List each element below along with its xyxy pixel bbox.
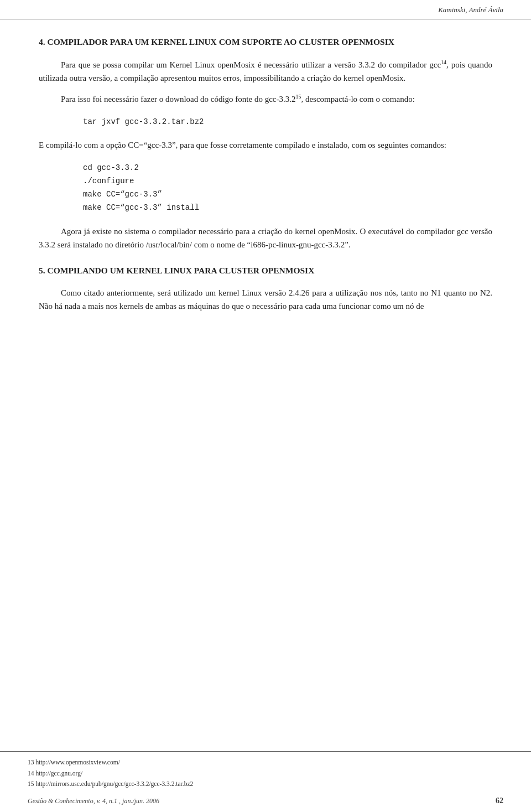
- section4-para2-cont: , descompactá-lo com o comando:: [301, 95, 414, 104]
- footnote15: 15 http://mirrors.usc.edu/pub/gnu/gcc/gc…: [28, 779, 503, 790]
- footnote13: 13 http://www.openmosixview.com/: [28, 757, 503, 768]
- code-block-2: cd gcc-3.3.2 ./configure make CC=“gcc-3.…: [83, 162, 492, 214]
- section4-para1-text: Para que se possa compilar um Kernel Lin…: [61, 60, 441, 69]
- code1-line: tar jxvf gcc-3.3.2.tar.bz2: [83, 117, 204, 126]
- section5-number: 5.: [39, 266, 45, 275]
- section4-para4-text: Agora já existe no sistema o compilador …: [39, 227, 492, 249]
- section4-para3: E compilá-lo com a opção CC=“gcc-3.3”, p…: [39, 138, 492, 152]
- code2-line3: make CC=“gcc-3.3”: [83, 188, 492, 201]
- main-content: 4. COMPILADOR PARA UM KERNEL LINUX COM S…: [0, 19, 531, 337]
- page: Kaminski, André Ávila 4. COMPILADOR PARA…: [0, 0, 531, 812]
- section4-para4: Agora já existe no sistema o compilador …: [39, 225, 492, 251]
- footer-bottom: Gestão & Conhecimento, v. 4, n.1 , jan./…: [28, 794, 503, 805]
- footer-notes: 13 http://www.openmosixview.com/ 14 http…: [28, 757, 503, 790]
- section5-title: COMPILANDO UM KERNEL LINUX PARA CLUSTER …: [48, 266, 315, 275]
- code2-line2: ./configure: [83, 175, 492, 188]
- section4-para2-start: Para isso foi necessário fazer o downloa…: [61, 95, 295, 104]
- section4-title: COMPILADOR PARA UM KERNEL LINUX COM SUPO…: [48, 37, 394, 46]
- code2-line4: make CC=“gcc-3.3” install: [83, 201, 492, 215]
- footer-page: 62: [496, 797, 503, 805]
- section4-para2: Para isso foi necessário fazer o downloa…: [39, 92, 492, 106]
- footnote14: 14 http://gcc.gnu.org/: [28, 768, 503, 779]
- section4-para3-text: E compilá-lo com a opção CC=“gcc-3.3”, p…: [39, 141, 446, 149]
- section5-para1: Como citado anteriormente, será utilizad…: [39, 286, 492, 313]
- section4-number: 4.: [39, 37, 45, 46]
- header-author: Kaminski, André Ávila: [438, 6, 503, 14]
- code2-line1: cd gcc-3.3.2: [83, 162, 492, 175]
- footnote14-ref: 14: [441, 59, 446, 65]
- section4-para1: Para que se possa compilar um Kernel Lin…: [39, 58, 492, 85]
- section5-para1-text: Como citado anteriormente, será utilizad…: [39, 288, 492, 311]
- footer-journal: Gestão & Conhecimento, v. 4, n.1 , jan./…: [28, 797, 159, 805]
- section5-heading: 5. COMPILANDO UM KERNEL LINUX PARA CLUST…: [39, 265, 492, 277]
- page-header: Kaminski, André Ávila: [0, 0, 531, 19]
- section4-heading: 4. COMPILADOR PARA UM KERNEL LINUX COM S…: [39, 36, 492, 48]
- footnote15-ref: 15: [295, 94, 301, 100]
- code-block-1: tar jxvf gcc-3.3.2.tar.bz2: [83, 116, 492, 129]
- page-footer: 13 http://www.openmosixview.com/ 14 http…: [0, 751, 531, 812]
